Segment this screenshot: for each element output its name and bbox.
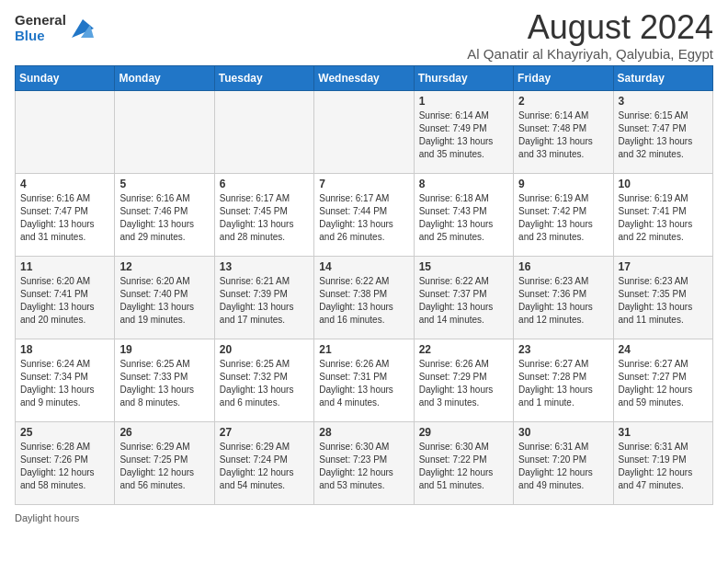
day-number: 31 <box>619 426 708 439</box>
calendar-cell: 27Sunrise: 6:29 AM Sunset: 7:24 PM Dayli… <box>214 421 313 504</box>
calendar-cell: 8Sunrise: 6:18 AM Sunset: 7:43 PM Daylig… <box>414 173 513 256</box>
calendar-week-row: 4Sunrise: 6:16 AM Sunset: 7:47 PM Daylig… <box>16 173 713 256</box>
calendar-cell: 12Sunrise: 6:20 AM Sunset: 7:40 PM Dayli… <box>115 256 214 339</box>
day-info: Sunrise: 6:23 AM Sunset: 7:35 PM Dayligh… <box>619 275 708 327</box>
day-number: 17 <box>619 260 708 273</box>
title-area: August 2024 Al Qanatir al Khayriyah, Qal… <box>467 9 713 62</box>
day-header: Tuesday <box>214 65 313 90</box>
day-number: 16 <box>518 260 608 273</box>
day-info: Sunrise: 6:20 AM Sunset: 7:41 PM Dayligh… <box>20 275 109 327</box>
calendar-week-row: 11Sunrise: 6:20 AM Sunset: 7:41 PM Dayli… <box>16 256 713 339</box>
day-info: Sunrise: 6:29 AM Sunset: 7:24 PM Dayligh… <box>220 441 309 492</box>
calendar-cell: 6Sunrise: 6:17 AM Sunset: 7:45 PM Daylig… <box>214 173 313 256</box>
header-row: SundayMondayTuesdayWednesdayThursdayFrid… <box>16 65 713 90</box>
calendar-cell: 25Sunrise: 6:28 AM Sunset: 7:26 PM Dayli… <box>16 421 115 504</box>
footer-label: Daylight hours <box>15 512 79 523</box>
day-number: 1 <box>419 95 508 108</box>
calendar-cell: 13Sunrise: 6:21 AM Sunset: 7:39 PM Dayli… <box>214 256 313 339</box>
calendar-cell: 5Sunrise: 6:16 AM Sunset: 7:46 PM Daylig… <box>115 173 214 256</box>
day-number: 25 <box>20 426 109 439</box>
calendar-cell: 20Sunrise: 6:25 AM Sunset: 7:32 PM Dayli… <box>214 339 313 421</box>
day-number: 18 <box>20 343 109 356</box>
day-info: Sunrise: 6:14 AM Sunset: 7:48 PM Dayligh… <box>518 109 608 161</box>
calendar-table: SundayMondayTuesdayWednesdayThursdayFrid… <box>15 65 713 505</box>
day-info: Sunrise: 6:16 AM Sunset: 7:46 PM Dayligh… <box>119 192 209 244</box>
calendar-cell: 15Sunrise: 6:22 AM Sunset: 7:37 PM Dayli… <box>414 256 513 339</box>
calendar-cell: 21Sunrise: 6:26 AM Sunset: 7:31 PM Dayli… <box>314 339 414 421</box>
calendar-cell: 19Sunrise: 6:25 AM Sunset: 7:33 PM Dayli… <box>115 339 214 421</box>
day-number: 30 <box>518 426 608 439</box>
calendar-cell: 4Sunrise: 6:16 AM Sunset: 7:47 PM Daylig… <box>16 173 115 256</box>
day-number: 4 <box>20 178 109 190</box>
calendar-cell: 22Sunrise: 6:26 AM Sunset: 7:29 PM Dayli… <box>414 339 513 421</box>
calendar-cell: 29Sunrise: 6:30 AM Sunset: 7:22 PM Dayli… <box>414 421 513 504</box>
calendar-cell: 14Sunrise: 6:22 AM Sunset: 7:38 PM Dayli… <box>314 256 414 339</box>
calendar-week-row: 1Sunrise: 6:14 AM Sunset: 7:49 PM Daylig… <box>16 90 713 173</box>
day-number: 7 <box>319 178 408 190</box>
day-header: Thursday <box>414 65 513 90</box>
day-info: Sunrise: 6:18 AM Sunset: 7:43 PM Dayligh… <box>419 192 508 244</box>
calendar-week-row: 18Sunrise: 6:24 AM Sunset: 7:34 PM Dayli… <box>16 339 713 421</box>
day-number: 27 <box>220 426 309 439</box>
calendar-cell: 28Sunrise: 6:30 AM Sunset: 7:23 PM Dayli… <box>314 421 414 504</box>
month-title: August 2024 <box>467 9 713 46</box>
day-info: Sunrise: 6:25 AM Sunset: 7:32 PM Dayligh… <box>220 358 309 409</box>
day-number: 23 <box>518 343 608 356</box>
day-info: Sunrise: 6:28 AM Sunset: 7:26 PM Dayligh… <box>20 441 109 492</box>
day-number: 20 <box>220 343 309 356</box>
day-info: Sunrise: 6:27 AM Sunset: 7:27 PM Dayligh… <box>619 358 708 409</box>
day-info: Sunrise: 6:26 AM Sunset: 7:31 PM Dayligh… <box>319 358 408 409</box>
day-info: Sunrise: 6:25 AM Sunset: 7:33 PM Dayligh… <box>119 358 209 409</box>
logo-icon <box>68 16 94 41</box>
day-info: Sunrise: 6:14 AM Sunset: 7:49 PM Dayligh… <box>419 109 508 161</box>
day-header: Sunday <box>16 65 115 90</box>
day-number: 9 <box>518 178 608 190</box>
day-info: Sunrise: 6:17 AM Sunset: 7:44 PM Dayligh… <box>319 192 408 244</box>
day-number: 19 <box>119 343 209 356</box>
day-number: 14 <box>319 260 408 273</box>
day-info: Sunrise: 6:30 AM Sunset: 7:23 PM Dayligh… <box>319 441 408 492</box>
page-header: General Blue August 2024 Al Qanatir al K… <box>15 9 713 62</box>
calendar-cell: 10Sunrise: 6:19 AM Sunset: 7:41 PM Dayli… <box>613 173 712 256</box>
location-title: Al Qanatir al Khayriyah, Qalyubia, Egypt <box>467 46 713 62</box>
calendar-cell: 18Sunrise: 6:24 AM Sunset: 7:34 PM Dayli… <box>16 339 115 421</box>
day-info: Sunrise: 6:22 AM Sunset: 7:37 PM Dayligh… <box>419 275 508 327</box>
calendar-cell: 16Sunrise: 6:23 AM Sunset: 7:36 PM Dayli… <box>514 256 613 339</box>
day-number: 26 <box>119 426 209 439</box>
day-number: 8 <box>419 178 508 190</box>
calendar-cell <box>314 90 414 173</box>
calendar-cell <box>115 90 214 173</box>
day-number: 28 <box>319 426 408 439</box>
day-number: 11 <box>20 260 109 273</box>
day-number: 5 <box>119 178 209 190</box>
calendar-cell: 24Sunrise: 6:27 AM Sunset: 7:27 PM Dayli… <box>613 339 712 421</box>
calendar-cell: 1Sunrise: 6:14 AM Sunset: 7:49 PM Daylig… <box>414 90 513 173</box>
day-number: 15 <box>419 260 508 273</box>
day-header: Friday <box>514 65 613 90</box>
day-number: 13 <box>220 260 309 273</box>
day-info: Sunrise: 6:19 AM Sunset: 7:42 PM Dayligh… <box>518 192 608 244</box>
calendar-cell <box>214 90 313 173</box>
calendar-cell: 7Sunrise: 6:17 AM Sunset: 7:44 PM Daylig… <box>314 173 414 256</box>
calendar-cell: 26Sunrise: 6:29 AM Sunset: 7:25 PM Dayli… <box>115 421 214 504</box>
day-info: Sunrise: 6:16 AM Sunset: 7:47 PM Dayligh… <box>20 192 109 244</box>
calendar-cell: 11Sunrise: 6:20 AM Sunset: 7:41 PM Dayli… <box>16 256 115 339</box>
day-info: Sunrise: 6:22 AM Sunset: 7:38 PM Dayligh… <box>319 275 408 327</box>
day-number: 10 <box>619 178 708 190</box>
day-number: 3 <box>619 95 708 108</box>
day-info: Sunrise: 6:24 AM Sunset: 7:34 PM Dayligh… <box>20 358 109 409</box>
calendar-cell: 2Sunrise: 6:14 AM Sunset: 7:48 PM Daylig… <box>514 90 613 173</box>
day-info: Sunrise: 6:27 AM Sunset: 7:28 PM Dayligh… <box>518 358 608 409</box>
day-header: Monday <box>115 65 214 90</box>
calendar-week-row: 25Sunrise: 6:28 AM Sunset: 7:26 PM Dayli… <box>16 421 713 504</box>
day-info: Sunrise: 6:23 AM Sunset: 7:36 PM Dayligh… <box>518 275 608 327</box>
calendar-cell: 31Sunrise: 6:31 AM Sunset: 7:19 PM Dayli… <box>613 421 712 504</box>
logo: General Blue <box>15 13 94 43</box>
day-header: Saturday <box>613 65 712 90</box>
calendar-cell: 9Sunrise: 6:19 AM Sunset: 7:42 PM Daylig… <box>514 173 613 256</box>
day-header: Wednesday <box>314 65 414 90</box>
day-info: Sunrise: 6:30 AM Sunset: 7:22 PM Dayligh… <box>419 441 508 492</box>
logo-general: General <box>15 13 66 29</box>
calendar-cell: 17Sunrise: 6:23 AM Sunset: 7:35 PM Dayli… <box>613 256 712 339</box>
calendar-cell <box>16 90 115 173</box>
